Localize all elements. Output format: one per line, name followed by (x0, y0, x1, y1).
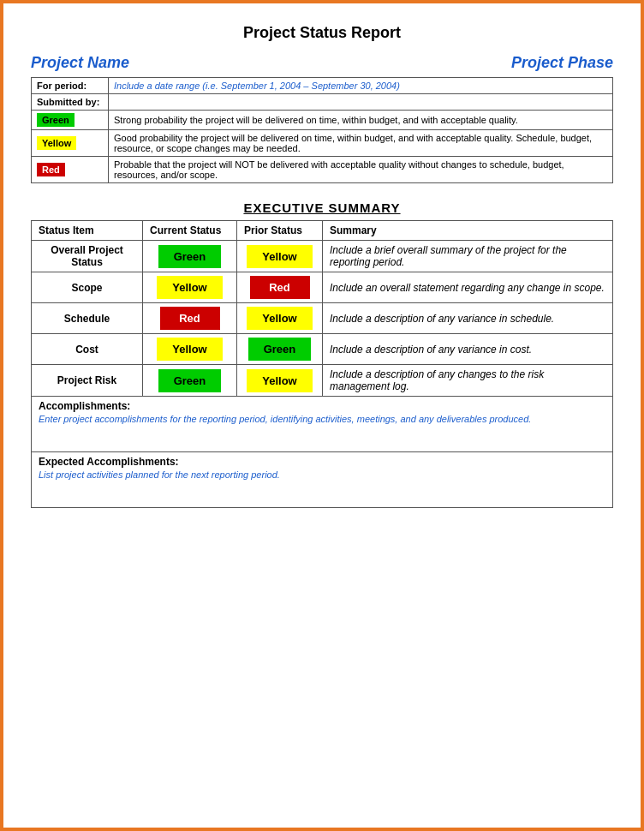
exec-row-current: Red (143, 303, 237, 334)
exec-row-summary: Include a brief overall summary of the p… (323, 241, 613, 272)
page-wrapper: Project Status Report Project Name Proje… (0, 0, 644, 831)
accomplishments-label: Accomplishments: (39, 400, 605, 412)
legend-green-row: Green Strong probability the project wil… (32, 111, 613, 130)
exec-table-header-row: Status Item Current Status Prior Status … (32, 221, 613, 241)
expected-accomplishments-cell: Expected Accomplishments: List project a… (32, 452, 613, 508)
exec-row-summary: Include a description of any changes to … (323, 365, 613, 397)
accomplishments-cell: Accomplishments: Enter project accomplis… (32, 397, 613, 452)
accomplishments-row: Accomplishments: Enter project accomplis… (32, 397, 613, 452)
expected-spacer (39, 480, 605, 504)
expected-accomplishments-row: Expected Accomplishments: List project a… (32, 452, 613, 508)
legend-yellow-text: Good probability the project will be del… (109, 130, 613, 157)
exec-row-item: Project Risk (32, 365, 143, 397)
submitted-by-label: Submitted by: (32, 94, 109, 111)
page-title: Project Status Report (31, 24, 613, 42)
exec-row-item: Schedule (32, 303, 143, 334)
exec-row-prior: Yellow (237, 241, 323, 272)
exec-summary-title: EXECUTIVE SUMMARY (31, 200, 613, 215)
exec-row-item: Cost (32, 334, 143, 365)
for-period-label: For period: (32, 78, 109, 94)
submitted-by-row: Submitted by: (32, 94, 613, 111)
for-period-value: Include a date range (i.e. September 1, … (109, 78, 613, 94)
col-header-current-status: Current Status (143, 221, 237, 241)
project-header: Project Name Project Phase (31, 54, 613, 72)
exec-row-summary: Include an overall statement regarding a… (323, 272, 613, 303)
legend-green-text: Strong probability the project will be d… (109, 111, 613, 130)
exec-row-current: Yellow (143, 272, 237, 303)
exec-row: ScopeYellowRedInclude an overall stateme… (32, 272, 613, 303)
exec-row-prior: Yellow (237, 365, 323, 397)
accomplishments-text: Enter project accomplishments for the re… (39, 414, 605, 424)
exec-row-current: Green (143, 241, 237, 272)
exec-row: CostYellowGreenInclude a description of … (32, 334, 613, 365)
exec-row: ScheduleRedYellowInclude a description o… (32, 303, 613, 334)
exec-row-prior: Yellow (237, 303, 323, 334)
accomplishments-spacer (39, 424, 605, 448)
col-header-status-item: Status Item (32, 221, 143, 241)
exec-row: Overall Project StatusGreenYellowInclude… (32, 241, 613, 272)
exec-row: Project RiskGreenYellowInclude a descrip… (32, 365, 613, 397)
legend-yellow-badge: Yellow (32, 130, 109, 157)
exec-row-prior: Green (237, 334, 323, 365)
exec-row-summary: Include a description of any variance in… (323, 303, 613, 334)
exec-row-item: Overall Project Status (32, 241, 143, 272)
exec-table: Status Item Current Status Prior Status … (31, 220, 613, 508)
legend-red-row: Red Probable that the project will NOT b… (32, 157, 613, 183)
legend-green-badge: Green (32, 111, 109, 130)
exec-row-current: Green (143, 365, 237, 397)
exec-row-current: Yellow (143, 334, 237, 365)
col-header-summary: Summary (323, 221, 613, 241)
exec-row-summary: Include a description of any variance in… (323, 334, 613, 365)
exec-row-prior: Red (237, 272, 323, 303)
for-period-row: For period: Include a date range (i.e. S… (32, 78, 613, 94)
submitted-by-value (109, 94, 613, 111)
legend-red-text: Probable that the project will NOT be de… (109, 157, 613, 183)
project-phase-label: Project Phase (511, 54, 613, 72)
project-name-label: Project Name (31, 54, 129, 72)
col-header-prior-status: Prior Status (237, 221, 323, 241)
expected-text: List project activities planned for the … (39, 469, 605, 480)
info-table: For period: Include a date range (i.e. S… (31, 77, 613, 183)
expected-label: Expected Accomplishments: (39, 456, 605, 468)
legend-yellow-row: Yellow Good probability the project will… (32, 130, 613, 157)
exec-row-item: Scope (32, 272, 143, 303)
legend-red-badge: Red (32, 157, 109, 183)
